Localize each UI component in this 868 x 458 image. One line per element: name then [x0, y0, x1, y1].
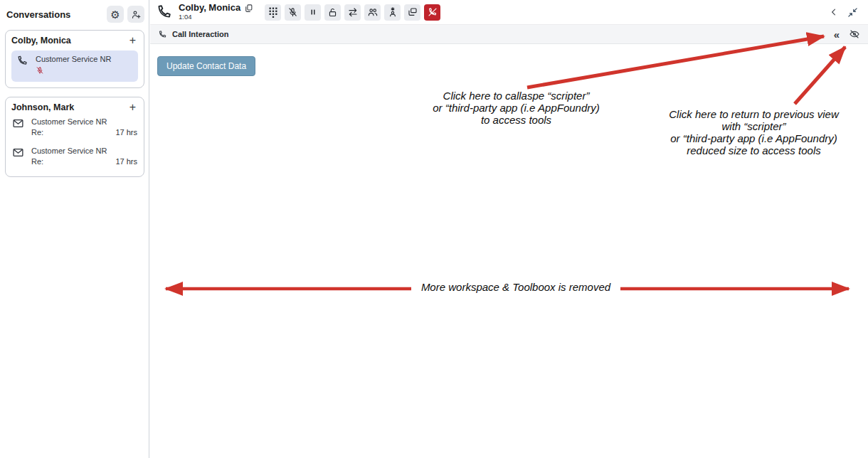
mic-muted-icon: [287, 7, 298, 18]
pause-icon: [309, 8, 317, 16]
subject-prefix: Re:: [31, 128, 43, 137]
transfer-button[interactable]: [344, 4, 361, 21]
call-timer: 1:04: [179, 14, 253, 21]
main-area: Colby, Monica 1:04: [150, 0, 868, 458]
dialpad-button[interactable]: [265, 4, 281, 21]
conv-subline: Re: 17 hrs: [31, 157, 137, 166]
panel-controls: «: [834, 28, 860, 40]
eye-slash-icon[interactable]: [849, 28, 860, 40]
call-control-header: Colby, Monica 1:04: [150, 0, 868, 24]
conv-lines: Customer Service NR Re: 17 hrs: [31, 117, 137, 137]
conversations-sidebar: Conversations ⚙ Colby, Monica +: [0, 0, 149, 458]
consult-icon: [367, 6, 379, 18]
double-chevron-icon[interactable]: «: [834, 29, 840, 40]
conference-icon: [387, 6, 398, 18]
call-toolbar: [265, 4, 440, 21]
envelope-icon: [12, 117, 25, 137]
contact-name: Johnson, Mark: [11, 102, 127, 112]
call-interaction-item[interactable]: Customer Service NR: [11, 50, 138, 82]
sidebar-header: Conversations ⚙: [0, 0, 149, 28]
chevron-left-icon[interactable]: [829, 7, 839, 17]
end-call-icon: [428, 7, 438, 17]
call-meta: Colby, Monica 1:04: [179, 3, 253, 21]
queue-label: Customer Service NR: [36, 55, 133, 63]
mic-muted-icon: [36, 65, 133, 78]
compress-icon[interactable]: [847, 7, 858, 18]
email-interaction-item[interactable]: Customer Service NR Re: 17 hrs: [11, 112, 138, 142]
call-interaction-bar: Call Interaction «: [150, 24, 868, 44]
interaction-age: 17 hrs: [115, 128, 137, 137]
conversation-card-johnson: Johnson, Mark + Customer Service NR Re: …: [5, 97, 144, 177]
settings-button[interactable]: ⚙: [107, 6, 124, 23]
envelope-icon: [12, 147, 25, 166]
interaction-content: Update Contact Data: [150, 44, 868, 88]
add-person-button[interactable]: [127, 6, 144, 23]
conv-lines: Customer Service NR: [36, 55, 133, 78]
secure-pause-button[interactable]: [324, 4, 341, 21]
phone-icon: [156, 4, 173, 21]
dialpad-icon: [268, 7, 278, 18]
phone-icon: [16, 55, 29, 78]
queue-label: Customer Service NR: [31, 117, 137, 126]
lock-open-icon: [327, 7, 338, 18]
conversation-card-colby: Colby, Monica + Customer Service NR: [5, 30, 144, 88]
caller-name: Colby, Monica: [179, 3, 240, 13]
transfer-icon: [347, 6, 359, 18]
apps-icon: [407, 6, 418, 18]
apps-button[interactable]: [404, 4, 420, 21]
add-person-icon: [131, 9, 142, 20]
interaction-panel-title: Call Interaction: [172, 30, 228, 38]
email-interaction-item[interactable]: Customer Service NR Re: 17 hrs: [11, 142, 138, 171]
subject-prefix: Re:: [31, 157, 43, 166]
card-head: Colby, Monica +: [11, 36, 138, 46]
queue-label: Customer Service NR: [31, 147, 137, 155]
add-interaction-button[interactable]: +: [127, 102, 138, 112]
hold-button[interactable]: [305, 4, 321, 21]
conv-subline: Re: 17 hrs: [31, 128, 137, 137]
gear-icon: ⚙: [110, 9, 120, 20]
contact-name: Colby, Monica: [11, 36, 127, 46]
update-contact-data-button[interactable]: Update Contact Data: [157, 56, 255, 76]
copy-icon[interactable]: [244, 4, 253, 13]
end-call-button[interactable]: [424, 4, 440, 21]
phone-icon: [158, 30, 167, 39]
sidebar-title: Conversations: [6, 9, 103, 20]
interaction-age: 17 hrs: [115, 157, 137, 166]
add-interaction-button[interactable]: +: [127, 36, 138, 46]
header-right-controls: [829, 7, 862, 18]
app-window: Conversations ⚙ Colby, Monica +: [0, 0, 868, 458]
card-head: Johnson, Mark +: [11, 102, 138, 112]
conference-button[interactable]: [384, 4, 401, 21]
consult-button[interactable]: [364, 4, 381, 21]
conv-lines: Customer Service NR Re: 17 hrs: [31, 147, 137, 166]
mute-button[interactable]: [285, 4, 301, 21]
